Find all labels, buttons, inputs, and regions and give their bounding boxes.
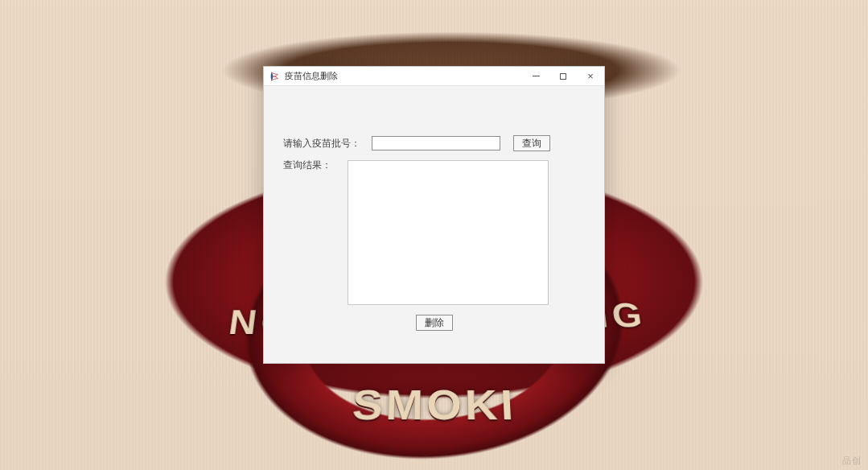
maximize-icon xyxy=(560,73,566,80)
minimize-button[interactable] xyxy=(522,67,549,85)
batch-input[interactable] xyxy=(372,136,500,150)
close-button[interactable]: × xyxy=(577,67,604,85)
result-textarea[interactable] xyxy=(348,160,549,305)
window-controls: × xyxy=(522,67,604,85)
result-label: 查询结果： xyxy=(283,159,331,172)
titlebar[interactable]: 疫苗信息删除 × xyxy=(264,67,604,86)
batch-label: 请输入疫苗批号： xyxy=(283,137,372,150)
window-title: 疫苗信息删除 xyxy=(285,70,522,82)
window-client-area: 请输入疫苗批号： 查询 查询结果： 删除 xyxy=(264,86,604,363)
batch-row: 请输入疫苗批号： 查询 xyxy=(283,134,585,152)
delete-row: 删除 xyxy=(264,315,604,331)
close-icon: × xyxy=(587,71,594,81)
query-button[interactable]: 查询 xyxy=(513,135,550,151)
app-icon xyxy=(269,71,280,82)
maximize-button[interactable] xyxy=(549,67,577,85)
dialog-window: 疫苗信息删除 × 请输入疫苗批号： 查询 查询结果： 删除 xyxy=(263,66,605,364)
delete-button[interactable]: 删除 xyxy=(416,315,453,331)
minimize-icon xyxy=(533,76,540,76)
